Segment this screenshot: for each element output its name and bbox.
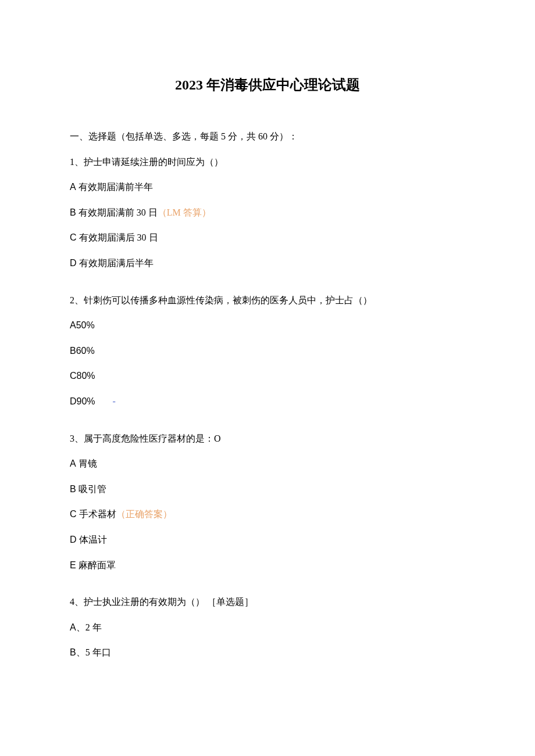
section-header: 一、选择题（包括单选、多选，每题 5 分，共 60 分）： <box>70 129 465 144</box>
q2-stem: 2、针刺伤可以传播多种血源性传染病，被刺伤的医务人员中，护士占（） <box>70 293 465 308</box>
option-text: 有效期届满后 30 日 <box>77 232 158 242</box>
q2-option-b: B60% <box>70 343 465 359</box>
q3-option-e: E 麻醉面罩 <box>70 558 465 573</box>
option-prefix: A <box>70 182 76 192</box>
q4-option-b: B、5 年口 <box>70 645 465 660</box>
option-text: 体温计 <box>77 535 107 544</box>
option-prefix: B <box>70 207 76 217</box>
q1-option-a: A 有效期届满前半年 <box>70 180 465 195</box>
option-prefix: D <box>70 535 77 544</box>
option-text: D90% <box>70 396 95 406</box>
q1-option-c: C 有效期届满后 30 日 <box>70 230 465 245</box>
option-prefix: B <box>70 484 76 494</box>
option-text: 有效期届满前 30 日 <box>76 207 158 217</box>
document-title: 2023 年消毒供应中心理论试题 <box>70 76 465 94</box>
q3-stem: 3、属于高度危险性医疗器材的是：O <box>70 431 465 446</box>
q1-option-b: B 有效期届满前 30 日（LM 答算） <box>70 205 465 220</box>
option-text: 有效期届满前半年 <box>76 182 153 192</box>
q3-option-b: B 吸引管 <box>70 482 465 497</box>
q3-option-a: A 胃镜 <box>70 456 465 471</box>
answer-marker: （LM 答算） <box>158 207 211 217</box>
q4-stem: 4、护士执业注册的有效期为（） ［单选题］ <box>70 594 465 610</box>
q3-option-d: D 体温计 <box>70 532 465 547</box>
dash-mark: - <box>113 396 116 406</box>
option-text: 手术器材 <box>77 509 116 519</box>
q2-option-c: C80% <box>70 368 465 384</box>
q1-stem: 1、护士申请延续注册的时间应为（） <box>70 155 465 170</box>
option-text: 有效期届满后半年 <box>77 258 154 268</box>
option-prefix: A <box>70 622 76 632</box>
option-prefix: A <box>70 458 76 468</box>
option-text: 、2 年 <box>76 622 102 632</box>
option-prefix: C <box>70 509 77 519</box>
q4-option-a: A、2 年 <box>70 620 465 635</box>
q2-option-d: D90%- <box>70 394 465 409</box>
document-page: 2023 年消毒供应中心理论试题 一、选择题（包括单选、多选，每题 5 分，共 … <box>0 0 535 705</box>
option-prefix: C <box>70 232 77 242</box>
option-prefix: B <box>70 647 76 657</box>
q3-option-c: C 手术器材（正确答案） <box>70 507 465 522</box>
option-prefix: D <box>70 258 77 268</box>
option-prefix: E <box>70 560 76 570</box>
answer-marker: （正确答案） <box>116 509 172 519</box>
q2-option-a: A50% <box>70 318 465 333</box>
option-text: 吸引管 <box>76 484 106 494</box>
q1-option-d: D 有效期届满后半年 <box>70 256 465 271</box>
option-text: 、5 年口 <box>76 647 111 657</box>
option-text: 麻醉面罩 <box>76 560 116 570</box>
option-text: 胃镜 <box>76 458 97 468</box>
